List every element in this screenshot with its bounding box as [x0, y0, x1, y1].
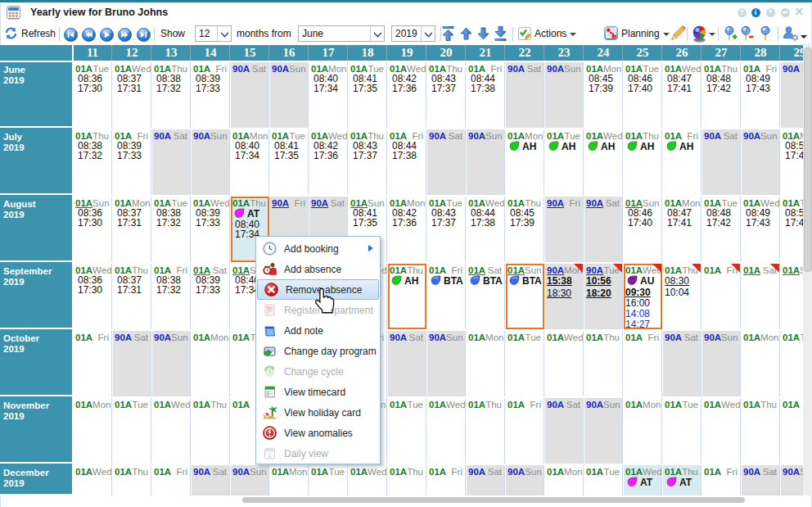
svg-text:1: 1 [268, 452, 272, 458]
